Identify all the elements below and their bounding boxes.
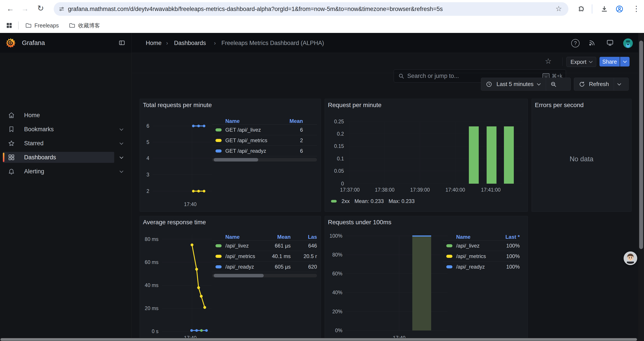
actions-divider <box>562 58 563 66</box>
legend-header-last[interactable]: Last * <box>498 234 520 240</box>
series-color-pill <box>446 255 452 258</box>
legend-header-last[interactable]: Las <box>291 234 317 240</box>
bookmark-folder-blogs[interactable]: 收藏博客 <box>69 22 100 29</box>
bar-under-100ms[interactable] <box>412 235 431 330</box>
zoom-out-icon[interactable] <box>550 81 556 87</box>
chevron-down-icon <box>589 60 593 63</box>
breadcrumb-home[interactable]: Home <box>146 40 162 47</box>
legend-row[interactable]: /api/_livez 661 µs 646 <box>212 240 317 251</box>
clock-icon <box>486 81 492 87</box>
brand-title[interactable]: Grafana <box>22 39 45 47</box>
legend-mean-value: 40.1 ms <box>269 253 291 259</box>
sidebar-item-label: Alerting <box>24 168 44 175</box>
bars-2xx[interactable] <box>469 126 514 184</box>
legend-last-value: 100% <box>498 243 520 249</box>
profile-icon[interactable] <box>616 5 624 13</box>
bookmark-folder-label: Freeleaps <box>34 22 59 29</box>
legend-row[interactable]: /api/_readyz 100% <box>443 261 520 272</box>
legend-last-value: 100% <box>498 253 520 259</box>
legend-scrollbar-thumb[interactable] <box>214 274 264 277</box>
sidebar-item-home[interactable]: Home <box>3 110 121 121</box>
url-text[interactable]: grafana.mathmast.com/d/deytv4rwavabkb/fr… <box>68 6 443 13</box>
bookmark-folder-freeleaps[interactable]: Freeleaps <box>25 22 59 29</box>
sidebar-item-bookmarks[interactable]: Bookmarks <box>3 124 121 135</box>
horizontal-scrollbar-thumb[interactable] <box>0 338 637 341</box>
user-avatar[interactable] <box>623 38 633 48</box>
legend-row[interactable]: /api/_metrics 40.1 ms 20.5 r <box>212 251 317 261</box>
forward-icon[interactable]: → <box>21 5 29 12</box>
refresh-label[interactable]: Refresh <box>589 81 609 88</box>
export-label: Export <box>570 59 586 65</box>
kiosk-monitor-icon[interactable] <box>606 39 614 47</box>
legend-mean-value: 661 µs <box>269 243 291 249</box>
share-menu-button[interactable] <box>620 57 630 67</box>
chevron-down-icon[interactable] <box>120 141 124 145</box>
legend-max-stat: Max: 0.233 <box>389 198 415 204</box>
legend-row[interactable]: GET /api/_metrics 2 <box>212 135 317 146</box>
chart-canvas[interactable] <box>325 99 528 212</box>
breadcrumb-separator: › <box>214 40 216 47</box>
legend-series-name[interactable]: /api/_livez <box>456 243 498 249</box>
legend-header-mean[interactable]: Mean <box>283 118 303 124</box>
series-color-pill <box>446 265 452 268</box>
legend-series-name[interactable]: 2xx <box>342 198 350 204</box>
grafana-header: Grafana Home › Dashboards › Freeleaps Me… <box>0 33 644 53</box>
chevron-down-icon[interactable] <box>120 127 124 131</box>
url-bar[interactable]: grafana.mathmast.com/d/deytv4rwavabkb/fr… <box>54 2 568 16</box>
legend-row[interactable]: /api/_livez 100% <box>443 240 520 251</box>
legend-series-name[interactable]: /api/_livez <box>225 243 269 249</box>
menu-dots-icon[interactable]: ⋮ <box>632 5 640 12</box>
vertical-scrollbar-thumb[interactable] <box>639 41 643 249</box>
legend-row[interactable]: /api/_metrics 100% <box>443 251 520 261</box>
no-data-message: No data <box>532 155 631 163</box>
legend-series-name[interactable]: /api/_readyz <box>225 264 269 270</box>
folder-icon <box>69 22 76 29</box>
legend-series-name[interactable]: GET /api/_livez <box>225 127 283 133</box>
share-label: Share <box>602 59 617 65</box>
export-button[interactable]: Export <box>566 57 596 67</box>
legend-series-name[interactable]: /api/_metrics <box>456 253 498 259</box>
grafana-logo[interactable] <box>6 38 16 48</box>
site-settings-icon[interactable] <box>58 6 65 12</box>
legend-scrollbar-thumb[interactable] <box>214 158 258 162</box>
legend-header: Name Last * <box>443 234 520 240</box>
legend-series-name[interactable]: GET /api/_metrics <box>225 137 283 144</box>
browser-toolbar: ← → ↻ grafana.mathmast.com/d/deytv4rwava… <box>0 0 644 18</box>
legend-series-name[interactable]: /api/_metrics <box>225 253 269 259</box>
legend-scrollbar-track[interactable] <box>212 274 317 277</box>
refresh-icon[interactable] <box>579 81 585 87</box>
legend-header-name[interactable]: Name <box>225 118 283 124</box>
bookmark-star-icon[interactable]: ☆ <box>556 5 562 13</box>
news-rss-icon[interactable] <box>589 40 595 46</box>
legend-series-name[interactable]: GET /api/_readyz <box>225 148 283 154</box>
share-button[interactable]: Share <box>600 57 620 67</box>
chevron-down-icon[interactable] <box>618 82 621 85</box>
apps-grid-icon[interactable] <box>6 22 12 29</box>
sidebar-toggle-icon[interactable] <box>118 40 126 46</box>
favorite-star-icon[interactable]: ☆ <box>545 57 552 65</box>
legend-scrollbar-track[interactable] <box>212 158 317 162</box>
reload-icon[interactable]: ↻ <box>37 5 44 12</box>
legend-header-mean[interactable]: Mean <box>269 234 291 240</box>
series-color-pill <box>446 244 452 247</box>
sidebar-item-alerting[interactable]: Alerting <box>3 166 121 177</box>
back-icon[interactable]: ← <box>6 5 14 12</box>
legend-series-name[interactable]: /api/_readyz <box>456 264 498 270</box>
legend-row[interactable]: /api/_readyz 605 µs 620 <box>212 261 317 272</box>
chevron-down-icon[interactable] <box>120 155 124 159</box>
panel-title[interactable]: Errors per second <box>535 102 584 109</box>
help-icon[interactable]: ? <box>571 39 580 47</box>
legend-header-name[interactable]: Name <box>225 234 269 240</box>
extensions-icon[interactable] <box>577 5 585 13</box>
download-icon[interactable] <box>600 5 608 13</box>
legend-header-name[interactable]: Name <box>456 234 498 240</box>
legend-row[interactable]: GET /api/_livez 6 <box>212 125 317 135</box>
chevron-down-icon[interactable] <box>120 169 124 173</box>
breadcrumb-dashboards[interactable]: Dashboards <box>174 40 206 47</box>
assistant-avatar-widget[interactable] <box>624 251 637 265</box>
time-range-label[interactable]: Last 5 minutes <box>496 81 534 88</box>
sidebar-item-starred[interactable]: Starred <box>3 138 121 149</box>
chevron-down-icon[interactable] <box>537 82 541 85</box>
sidebar-item-dashboards[interactable]: Dashboards <box>3 152 114 163</box>
legend-row[interactable]: GET /api/_readyz 6 <box>212 146 317 156</box>
